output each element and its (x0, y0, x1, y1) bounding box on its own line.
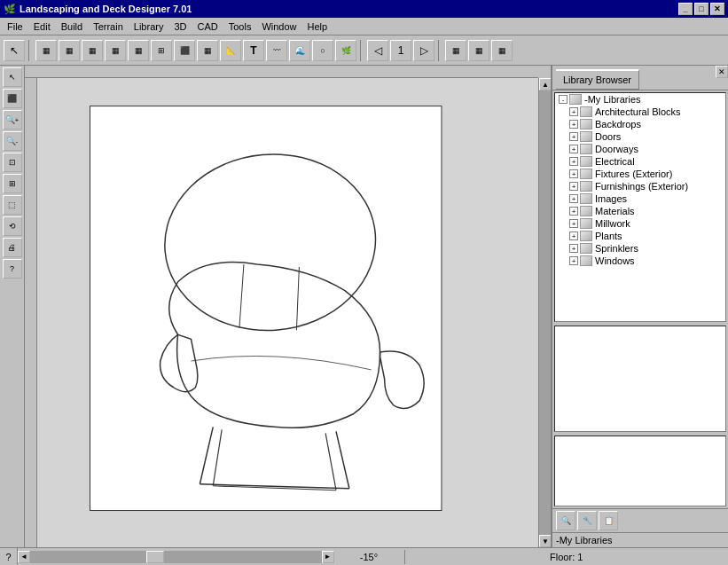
library-item-fixtures-exterior[interactable]: + Fixtures (Exterior) (555, 168, 725, 180)
tool-grid-1[interactable]: ▦ (445, 40, 466, 61)
horizontal-scroll-area[interactable]: ◄ ► (18, 551, 334, 563)
tool-grid-2[interactable]: ▦ (468, 40, 489, 61)
library-item-electrical[interactable]: + Electrical (555, 155, 725, 168)
menu-library[interactable]: Library (129, 20, 169, 34)
library-item-architectural-blocks[interactable]: + Architectural Blocks (555, 106, 725, 118)
tool-2[interactable]: ▦ (59, 40, 80, 61)
library-item-backdrops[interactable]: + Backdrops (555, 118, 725, 130)
library-item-windows[interactable]: + Windows (555, 255, 725, 267)
plants-expand[interactable]: + (569, 231, 578, 240)
library-item-images[interactable]: + Images (555, 192, 725, 205)
scroll-up-button[interactable]: ▲ (539, 78, 551, 90)
tool-next[interactable]: ▷ (413, 40, 434, 61)
left-tool-help[interactable]: ? (3, 259, 22, 279)
left-tool-rotate[interactable]: ⟲ (3, 216, 22, 236)
menu-3d[interactable]: 3D (168, 20, 192, 34)
library-search-button[interactable]: 🔍 (556, 511, 575, 530)
tool-7[interactable]: ⬛ (174, 40, 195, 61)
library-settings-button[interactable]: 🔧 (577, 511, 597, 530)
tool-12[interactable]: 🌊 (289, 40, 310, 61)
library-item-plants[interactable]: + Plants (555, 230, 725, 242)
library-item-doorways[interactable]: + Doorways (555, 143, 725, 155)
preview-area-2 (554, 436, 726, 506)
close-button[interactable]: ✕ (710, 3, 724, 15)
arch-expand[interactable]: + (569, 107, 578, 116)
scroll-down-button[interactable]: ▼ (539, 535, 551, 547)
library-item-doors[interactable]: + Doors (555, 130, 725, 143)
fixtures-expand[interactable]: + (569, 169, 578, 178)
menu-cad[interactable]: CAD (192, 20, 223, 34)
menu-edit[interactable]: Edit (28, 20, 56, 34)
panel-close-button[interactable]: ✕ (716, 66, 728, 78)
tool-prev[interactable]: ◁ (367, 40, 388, 61)
furnishings-expand[interactable]: + (569, 182, 578, 191)
minimize-button[interactable]: _ (678, 3, 693, 15)
root-icon (569, 94, 582, 105)
scroll-thumb-h[interactable] (146, 551, 164, 563)
images-expand[interactable]: + (569, 194, 578, 203)
left-ruler (25, 78, 37, 547)
scroll-track[interactable] (539, 90, 551, 535)
tool-4[interactable]: ▦ (105, 40, 126, 61)
menu-tools[interactable]: Tools (223, 20, 257, 34)
millwork-expand[interactable]: + (569, 219, 578, 228)
windows-label: Windows (595, 255, 635, 266)
maximize-button[interactable]: □ (694, 3, 708, 15)
tool-5[interactable]: ▦ (128, 40, 149, 61)
electrical-label: Electrical (595, 156, 635, 167)
left-tool-print[interactable]: 🖨 (3, 238, 22, 257)
menu-help[interactable]: Help (302, 20, 333, 34)
tool-10[interactable]: T (243, 40, 264, 61)
tool-6[interactable]: ⊞ (151, 40, 172, 61)
menu-file[interactable]: File (2, 20, 28, 34)
tool-1[interactable]: ▦ (35, 40, 57, 61)
electrical-expand[interactable]: + (569, 157, 578, 166)
vertical-scrollbar[interactable]: ▲ ▼ (538, 78, 551, 547)
scroll-left-button[interactable]: ◄ (18, 551, 30, 563)
left-tool-add[interactable]: ⊞ (3, 174, 22, 193)
left-tool-select[interactable]: ↖ (3, 67, 22, 87)
status-bar: ? ◄ ► -15° Floor: 1 (0, 547, 728, 565)
library-tab-bar: Library Browser (552, 66, 728, 90)
library-item-furnishings-exterior[interactable]: + Furnishings (Exterior) (555, 180, 725, 192)
library-browser-tab[interactable]: Library Browser (556, 69, 639, 90)
menu-terrain[interactable]: Terrain (88, 20, 129, 34)
tool-11[interactable]: 〰 (266, 40, 287, 61)
library-item-materials[interactable]: + Materials (555, 205, 725, 217)
furnishings-label: Furnishings (Exterior) (595, 181, 688, 192)
sprinklers-icon (580, 243, 592, 254)
scroll-track-h[interactable] (30, 551, 322, 563)
tool-3[interactable]: ▦ (82, 40, 103, 61)
tool-select[interactable]: ↖ (4, 40, 25, 61)
library-root[interactable]: - -My Libraries (555, 93, 725, 106)
furnishings-icon (580, 181, 592, 192)
tool-9[interactable]: 📐 (220, 40, 241, 61)
toolbar-separator-3 (438, 40, 442, 61)
sprinklers-expand[interactable]: + (569, 244, 578, 253)
left-tool-zoomin[interactable]: 🔍+ (3, 110, 22, 129)
doorways-expand[interactable]: + (569, 145, 578, 153)
menu-window[interactable]: Window (256, 20, 301, 34)
doors-expand[interactable]: + (569, 132, 578, 141)
windows-expand[interactable]: + (569, 256, 578, 265)
tool-1-label[interactable]: 1 (390, 40, 411, 61)
plants-label: Plants (595, 231, 622, 241)
tool-grid-3[interactable]: ▦ (491, 40, 513, 61)
left-tool-box[interactable]: ⬚ (3, 195, 22, 215)
canvas-area[interactable] (37, 78, 538, 547)
tool-13[interactable]: ○ (312, 40, 333, 61)
left-tool-fit[interactable]: ⊡ (3, 153, 22, 172)
tool-8[interactable]: ▦ (197, 40, 218, 61)
materials-expand[interactable]: + (569, 207, 578, 216)
library-item-millwork[interactable]: + Millwork (555, 217, 725, 230)
root-expand[interactable]: - (559, 95, 568, 104)
menu-build[interactable]: Build (56, 20, 88, 34)
left-tool-1[interactable]: ⬛ (3, 89, 22, 108)
library-clipboard-button[interactable]: 📋 (599, 511, 618, 530)
tool-14[interactable]: 🌿 (335, 40, 356, 61)
status-help-button[interactable]: ? (0, 548, 18, 566)
left-tool-zoomout[interactable]: 🔍- (3, 131, 22, 151)
library-item-sprinklers[interactable]: + Sprinklers (555, 242, 725, 255)
scroll-right-button[interactable]: ► (322, 551, 334, 563)
backdrops-expand[interactable]: + (569, 120, 578, 129)
